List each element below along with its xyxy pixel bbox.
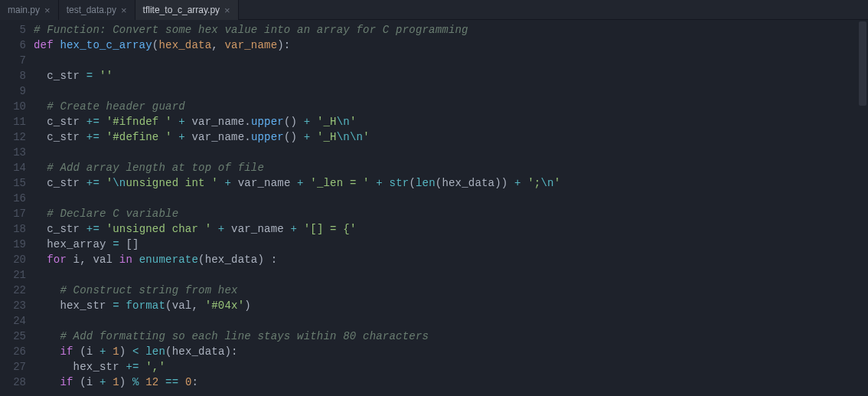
code-token: (val, — [165, 299, 205, 312]
code-line[interactable]: c_str += '#ifndef ' + var_name.upper() +… — [34, 114, 868, 129]
code-line[interactable]: def hex_to_c_array(hex_data, var_name): — [34, 38, 868, 53]
code-line[interactable]: # Add formatting so each line stays with… — [34, 329, 868, 344]
code-line[interactable]: if (i + 1) % 12 == 0: — [34, 375, 868, 390]
code-token: var_name — [224, 223, 290, 235]
tab-main-py[interactable]: main.py× — [0, 0, 59, 20]
line-number: 11 — [0, 114, 26, 129]
code-token — [383, 177, 390, 189]
line-number: 24 — [0, 313, 26, 329]
code-token: hex_data — [158, 39, 211, 51]
code-token: < — [132, 345, 139, 358]
code-token: # Add formatting so each line stays with… — [60, 330, 429, 342]
line-number: 27 — [0, 359, 26, 375]
code-line[interactable]: # Construct string from hex — [34, 283, 868, 298]
line-number: 28 — [0, 375, 26, 390]
code-token — [211, 223, 218, 235]
code-token: () — [284, 131, 304, 143]
code-token: + — [290, 223, 297, 235]
code-token: + — [376, 177, 383, 189]
code-token: def — [34, 39, 60, 51]
code-token: # Function: Convert some hex value into … — [34, 24, 468, 36]
code-line[interactable]: hex_str = format(val, '#04x') — [34, 298, 868, 313]
tab-tflite_to_c_array-py[interactable]: tflite_to_c_array.py× — [135, 0, 239, 20]
code-token — [100, 131, 106, 143]
code-token: hex_array — [34, 238, 113, 250]
code-token — [297, 223, 304, 235]
code-token: c_str — [34, 70, 86, 82]
code-token — [34, 284, 60, 296]
code-line[interactable]: c_str = '' — [34, 68, 868, 83]
code-line[interactable] — [34, 267, 868, 283]
code-token — [158, 376, 165, 388]
code-line[interactable] — [34, 191, 868, 206]
line-number: 16 — [0, 191, 26, 206]
code-token — [172, 116, 179, 128]
code-token — [34, 208, 47, 220]
code-token: (hex_data)) — [436, 177, 514, 189]
code-token: unsigned int ' — [126, 177, 217, 189]
code-token: '' — [100, 70, 113, 82]
line-number: 20 — [0, 252, 26, 267]
code-token: format — [126, 299, 165, 312]
code-line[interactable]: # Declare C variable — [34, 206, 868, 221]
code-line[interactable]: c_str += '#define ' + var_name.upper() +… — [34, 129, 868, 145]
code-token: # Construct string from hex — [60, 284, 237, 296]
close-icon[interactable]: × — [224, 5, 230, 16]
scrollbar-thumb[interactable] — [859, 21, 866, 106]
code-token — [34, 100, 47, 113]
code-line[interactable]: hex_str += ',' — [34, 359, 868, 375]
code-token: len — [416, 177, 436, 189]
code-token — [34, 254, 47, 266]
code-line[interactable]: c_str += 'unsigned char ' + var_name + '… — [34, 221, 868, 237]
code-token: += — [86, 223, 100, 235]
code-token — [178, 376, 185, 388]
code-token: c_str — [34, 223, 86, 235]
code-token: 0 — [185, 376, 192, 388]
line-number: 14 — [0, 160, 26, 175]
code-token — [93, 70, 100, 82]
code-token: '_len = ' — [310, 177, 369, 189]
code-line[interactable]: # Create header guard — [34, 99, 868, 114]
code-line[interactable]: # Add array length at top of file — [34, 160, 868, 175]
code-line[interactable]: # Function: Convert some hex value into … — [34, 22, 868, 38]
code-token — [310, 116, 317, 128]
line-number: 10 — [0, 99, 26, 114]
code-token: + — [100, 376, 106, 388]
close-icon[interactable]: × — [44, 5, 51, 16]
code-line[interactable]: if (i + 1) < len(hex_data): — [34, 344, 868, 359]
line-number: 18 — [0, 221, 26, 237]
code-line[interactable] — [34, 53, 868, 68]
line-number: 9 — [0, 83, 26, 99]
code-token: \n — [540, 177, 553, 189]
code-line[interactable]: c_str += '\nunsigned int ' + var_name + … — [34, 175, 868, 191]
code-line[interactable] — [34, 313, 868, 329]
close-icon[interactable]: × — [121, 5, 127, 16]
line-number: 7 — [0, 53, 26, 68]
code-line[interactable]: hex_array = [] — [34, 237, 868, 252]
code-line[interactable] — [34, 145, 868, 160]
code-token: [] — [119, 238, 139, 250]
code-token: '#define ' — [106, 131, 172, 143]
tab-test_data-py[interactable]: test_data.py× — [59, 0, 135, 20]
code-token: '#04x' — [205, 299, 245, 312]
code-token: + — [514, 177, 521, 189]
code-token: '#ifndef ' — [106, 116, 172, 128]
code-area[interactable]: # Function: Convert some hex value into … — [34, 20, 868, 396]
code-token: if — [60, 345, 73, 358]
code-token: '_H — [317, 116, 337, 128]
code-line[interactable]: for i, val in enumerate(hex_data) : — [34, 252, 868, 267]
line-number: 23 — [0, 298, 26, 313]
line-number: 25 — [0, 329, 26, 344]
code-token — [34, 162, 47, 174]
code-line[interactable] — [34, 83, 868, 99]
line-number: 6 — [0, 38, 26, 53]
line-number: 8 — [0, 68, 26, 83]
code-token — [139, 361, 146, 373]
code-token — [139, 345, 146, 358]
scrollbar-track[interactable] — [857, 20, 868, 396]
tab-label: main.py — [8, 5, 40, 15]
code-token: ) — [244, 299, 251, 312]
code-token: ( — [409, 177, 416, 189]
code-token: (hex_data) : — [198, 254, 277, 266]
line-number: 21 — [0, 267, 26, 283]
